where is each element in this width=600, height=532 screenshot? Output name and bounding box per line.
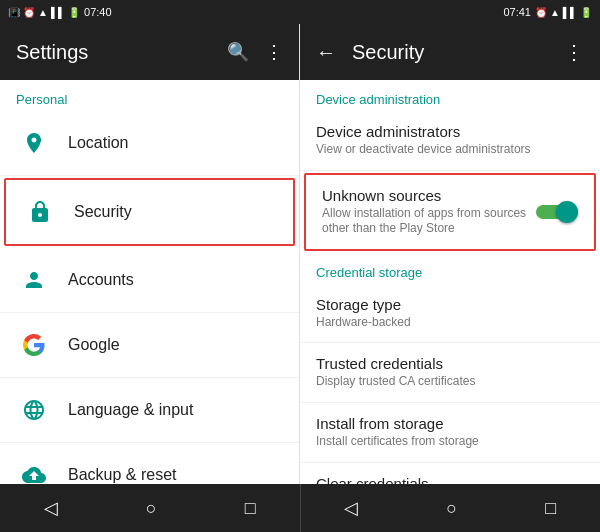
home-nav-left[interactable]: ○ [130,490,173,527]
signal-icon-right: ▌▌ [563,7,577,18]
settings-item-backup[interactable]: Backup & reset [0,443,299,484]
security-item-clear-credentials[interactable]: Clear credentials [300,463,600,484]
trusted-credentials-subtitle: Display trusted CA certificates [316,374,584,390]
trusted-credentials-title: Trusted credentials [316,355,584,372]
settings-item-google[interactable]: Google [0,313,299,378]
signal-icon-left: ▌▌ [51,7,65,18]
accounts-icon-container [16,262,52,298]
back-nav-left[interactable]: ◁ [28,489,74,527]
settings-item-location[interactable]: Location [0,111,299,176]
toggle-thumb [556,201,578,223]
google-icon-container [16,327,52,363]
right-toolbar: ← Security ⋮ [300,24,600,80]
security-list: Device administration Device administrat… [300,80,600,484]
device-admin-section-label: Device administration [300,80,600,111]
security-item-trusted-credentials[interactable]: Trusted credentials Display trusted CA c… [300,343,600,403]
backup-icon-container [16,457,52,484]
more-button-left[interactable]: ⋮ [265,41,283,63]
backup-label: Backup & reset [68,466,177,484]
device-admins-subtitle: View or deactivate device administrators [316,142,584,158]
status-bar-left: 📳 ⏰ ▲ ▌▌ 🔋 07:40 [0,0,300,24]
unknown-sources-subtitle: Allow installation of apps from sources … [322,206,528,237]
left-toolbar: Settings 🔍 ⋮ [0,24,299,80]
wifi-icon-left: ▲ [38,7,48,18]
google-label: Google [68,336,120,354]
security-item-unknown-sources[interactable]: Unknown sources Allow installation of ap… [304,173,596,251]
recents-nav-left[interactable]: □ [229,490,272,527]
battery-icon-right: 🔋 [580,7,592,18]
left-panel: Settings 🔍 ⋮ Personal Location Security [0,24,300,484]
back-nav-right[interactable]: ◁ [328,489,374,527]
accounts-label: Accounts [68,271,134,289]
settings-list: Personal Location Security Accounts [0,80,299,484]
security-item-install-from-storage[interactable]: Install from storage Install certificate… [300,403,600,463]
bottom-nav: ◁ ○ □ ◁ ○ □ [0,484,600,532]
location-icon-container [16,125,52,161]
language-icon-container [16,392,52,428]
google-icon [22,333,46,357]
bottom-nav-right: ◁ ○ □ [301,484,601,532]
security-item-device-admins[interactable]: Device administrators View or deactivate… [300,111,600,171]
battery-icon-left: 🔋 [68,7,80,18]
accounts-icon [22,268,46,292]
location-icon [22,131,46,155]
alarm-icon-right: ⏰ [535,7,547,18]
clear-credentials-title: Clear credentials [316,475,584,484]
right-panel: ← Security ⋮ Device administration Devic… [300,24,600,484]
bottom-nav-left: ◁ ○ □ [0,484,300,532]
device-admins-title: Device administrators [316,123,584,140]
recents-nav-right[interactable]: □ [529,490,572,527]
storage-type-subtitle: Hardware-backed [316,315,584,331]
install-from-storage-title: Install from storage [316,415,584,432]
back-button[interactable]: ← [316,41,336,64]
security-icon-container [22,194,58,230]
settings-item-security[interactable]: Security [4,178,295,246]
security-page-title: Security [352,41,424,64]
backup-icon [22,463,46,484]
security-item-storage-type[interactable]: Storage type Hardware-backed [300,284,600,344]
language-icon [22,398,46,422]
storage-type-title: Storage type [316,296,584,313]
time-left: 07:40 [84,6,112,18]
settings-item-language[interactable]: Language & input [0,378,299,443]
language-label: Language & input [68,401,193,419]
home-nav-right[interactable]: ○ [430,490,473,527]
status-bar-right: 07:41 ⏰ ▲ ▌▌ 🔋 [300,0,600,24]
time-right: 07:41 [503,6,531,18]
search-button[interactable]: 🔍 [227,41,249,63]
settings-title: Settings [16,41,88,64]
wifi-icon-right: ▲ [550,7,560,18]
more-button-right[interactable]: ⋮ [564,40,584,64]
alarm-icon-left: ⏰ [23,7,35,18]
security-icon [28,200,52,224]
install-from-storage-subtitle: Install certificates from storage [316,434,584,450]
credential-storage-section-label: Credential storage [300,253,600,284]
vibrate-icon: 📳 [8,7,20,18]
unknown-sources-toggle[interactable] [536,200,578,224]
security-label: Security [74,203,132,221]
settings-item-accounts[interactable]: Accounts [0,248,299,313]
location-label: Location [68,134,129,152]
personal-section-label: Personal [0,80,299,111]
unknown-sources-title: Unknown sources [322,187,528,204]
